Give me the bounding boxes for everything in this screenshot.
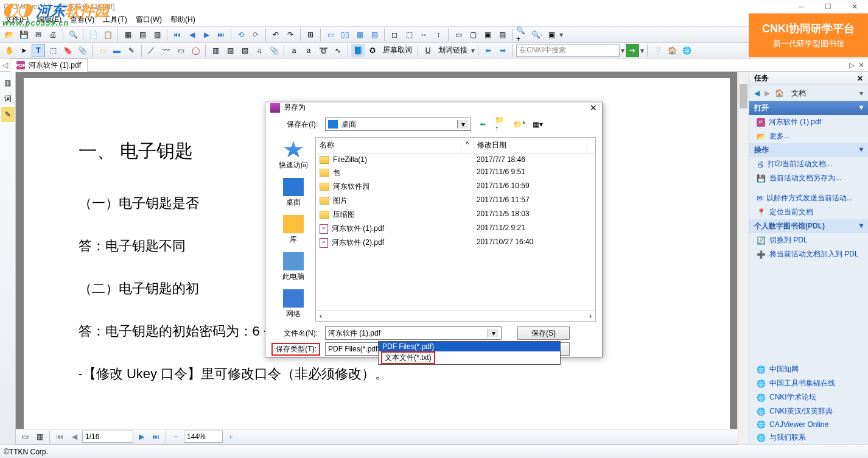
- document-tab[interactable]: PDF 河东软件 (1).pdf: [10, 58, 88, 72]
- tab-close-icon[interactable]: ✕: [857, 61, 866, 69]
- ocr-2-icon[interactable]: 📎: [75, 44, 89, 57]
- view-menu-icon[interactable]: ▦▾: [531, 118, 544, 131]
- task-menu-icon[interactable]: ▾: [859, 89, 863, 97]
- tool-c-icon[interactable]: ▨: [238, 44, 251, 57]
- doc-mode-3-icon[interactable]: ▧: [150, 28, 164, 41]
- highlight-blue-icon[interactable]: ▬: [110, 44, 124, 57]
- save-button[interactable]: 保存(S): [517, 326, 570, 340]
- task-item-mail[interactable]: ✉以邮件方式发送当前活动...: [749, 191, 868, 205]
- tool-a-icon[interactable]: ▥: [209, 44, 222, 57]
- menu-file[interactable]: 文件(F): [5, 15, 29, 25]
- ocr-1-icon[interactable]: 🔖: [61, 44, 74, 57]
- vertical-scrollbar[interactable]: [738, 72, 749, 445]
- world-icon[interactable]: 🌐: [680, 44, 693, 57]
- shape-ellipse-icon[interactable]: ◯: [189, 44, 202, 57]
- zoom-width-icon[interactable]: ↔: [417, 28, 430, 41]
- copy-icon[interactable]: 📄: [86, 28, 100, 41]
- file-row[interactable]: P河东软件 (1).pdf2017/11/2 9:21: [316, 222, 595, 236]
- nav-back-icon[interactable]: ⬅: [481, 44, 495, 57]
- home-icon[interactable]: 🏠: [665, 44, 679, 57]
- column-date[interactable]: 修改日期: [474, 138, 587, 153]
- task-link[interactable]: 🌐中国知网: [749, 362, 868, 376]
- zoom-input[interactable]: 144%: [184, 431, 223, 443]
- last-page-icon[interactable]: ⏭: [214, 28, 228, 41]
- v-tool-2-icon[interactable]: 词: [1, 91, 15, 106]
- menu-window[interactable]: 窗口(W): [136, 15, 162, 25]
- place-desktop[interactable]: 桌面: [275, 175, 312, 210]
- shape-rect-icon[interactable]: ▭: [174, 44, 187, 57]
- annotate-3-icon[interactable]: ▣: [481, 28, 494, 41]
- filetype-option-pdf[interactable]: PDF Files(*.pdf): [379, 342, 560, 351]
- nav-fwd-icon[interactable]: ➡: [496, 44, 509, 57]
- new-folder-icon[interactable]: 📁*: [513, 118, 526, 131]
- mail-icon[interactable]: ✉: [32, 28, 45, 41]
- place-library[interactable]: 库: [275, 213, 312, 247]
- annotate-1-icon[interactable]: ▭: [452, 28, 465, 41]
- file-row[interactable]: 压缩图2017/11/5 18:03: [316, 208, 595, 222]
- prev-page-icon[interactable]: ◀: [68, 430, 81, 443]
- pencil-icon[interactable]: ✎: [125, 44, 138, 57]
- layout-4-icon[interactable]: ▤: [368, 28, 381, 41]
- prev-page-icon[interactable]: ◀: [185, 28, 198, 41]
- task-link[interactable]: 🌐与我们联系: [749, 431, 868, 445]
- filetype-dropdown[interactable]: PDF Files(*.pdf) 文本文件(*.txt): [378, 341, 561, 365]
- task-back-icon[interactable]: ◀: [754, 89, 760, 97]
- pointer-icon[interactable]: ➤: [17, 44, 30, 57]
- layout-3-icon[interactable]: ▦: [353, 28, 366, 41]
- menu-tool[interactable]: 工具(T): [103, 15, 127, 25]
- v-tool-1-icon[interactable]: ▥: [1, 76, 15, 90]
- task-item-open-doc[interactable]: P河东软件 (1).pdf: [749, 115, 868, 129]
- print-icon[interactable]: 🖨: [46, 28, 60, 41]
- close-button[interactable]: ✕: [841, 0, 868, 13]
- menu-view[interactable]: 查看(V): [70, 15, 94, 25]
- task-section-pdl[interactable]: 个人数字图书馆(PDL)▾: [749, 219, 868, 233]
- place-network[interactable]: 网络: [275, 287, 312, 322]
- link-2-icon[interactable]: a: [302, 44, 315, 57]
- next-page-icon[interactable]: ▶: [135, 430, 148, 443]
- go-button[interactable]: ➔: [626, 44, 639, 57]
- chevron-down-icon[interactable]: ▾: [457, 120, 468, 129]
- place-this-pc[interactable]: 此电脑: [275, 250, 312, 284]
- rotate-left-icon[interactable]: ↶: [269, 28, 282, 41]
- annotate-2-icon[interactable]: ▢: [466, 28, 480, 41]
- zoom-height-icon[interactable]: ↕: [432, 28, 445, 41]
- shape-curve-icon[interactable]: 〰: [159, 44, 173, 57]
- file-row[interactable]: 河东软件园2017/11/6 10:59: [316, 180, 595, 194]
- task-link[interactable]: 🌐CNKI学术论坛: [749, 390, 868, 404]
- file-row[interactable]: 图片2017/11/6 11:57: [316, 194, 595, 208]
- dialog-close-button[interactable]: ✕: [590, 103, 597, 113]
- screen-extract-label[interactable]: 屏幕取词: [380, 45, 415, 55]
- task-fwd-icon[interactable]: ▶: [765, 89, 770, 97]
- layout-1-icon[interactable]: ▭: [324, 28, 337, 41]
- tab-nav-right[interactable]: ▷: [847, 61, 856, 69]
- zoom-out-icon[interactable]: −: [169, 430, 183, 443]
- next-page-icon[interactable]: ▶: [200, 28, 213, 41]
- task-item-pdl-add[interactable]: ➕将当前活动文档加入到 PDL: [749, 247, 868, 261]
- image-select-icon[interactable]: ⬚: [46, 44, 60, 57]
- file-row[interactable]: 包2017/11/6 9:51: [316, 166, 595, 180]
- file-row[interactable]: P河东软件 (2).pdf2017/10/27 16:40: [316, 236, 595, 250]
- link-4-icon[interactable]: ∿: [331, 44, 345, 57]
- task-link[interactable]: 🌐CAJViewer Online: [749, 418, 868, 431]
- tool-b-icon[interactable]: ▧: [223, 44, 237, 57]
- menu-help[interactable]: 帮助(H): [170, 15, 195, 25]
- zoom-in-icon[interactable]: 🔍+: [516, 28, 529, 41]
- zoom-fit-icon[interactable]: ⬚: [402, 28, 416, 41]
- link-1-icon[interactable]: a: [287, 44, 301, 57]
- paste-icon[interactable]: 📋: [101, 28, 114, 41]
- target-icon[interactable]: ✪: [366, 44, 379, 57]
- task-item-pdl-switch[interactable]: 🔄切换到 PDL: [749, 233, 868, 247]
- doc-mode-icon[interactable]: ▦: [121, 28, 135, 41]
- task-close-icon[interactable]: ✕: [857, 74, 863, 83]
- menu-edit[interactable]: 编辑(E): [37, 15, 61, 25]
- column-name[interactable]: 名称: [316, 138, 461, 153]
- shape-line-icon[interactable]: ／: [145, 44, 158, 57]
- rotate-right-icon[interactable]: ↷: [284, 28, 297, 41]
- bookmark-1-icon[interactable]: ▭: [18, 430, 32, 443]
- minimize-button[interactable]: ─: [788, 0, 814, 13]
- tool-d-icon[interactable]: ♫: [253, 44, 266, 57]
- tab-nav-left[interactable]: ◁: [0, 61, 10, 69]
- place-quick-access[interactable]: 快速访问: [275, 138, 312, 173]
- maximize-button[interactable]: ☐: [814, 0, 841, 13]
- open-icon[interactable]: 📂: [2, 28, 16, 41]
